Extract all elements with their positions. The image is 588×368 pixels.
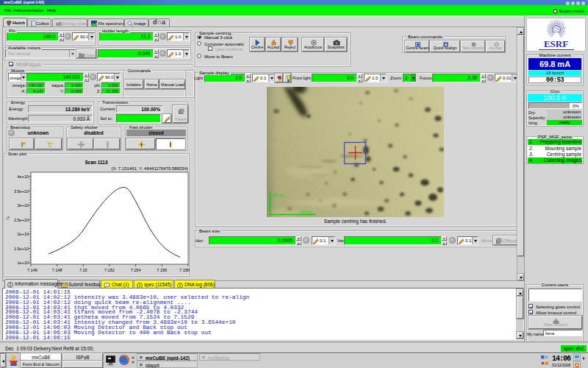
svg-text:3e+10: 3e+10 (18, 203, 29, 208)
svg-text:I₀: I₀ (5, 216, 10, 219)
svg-text:7.156: 7.156 (157, 268, 167, 272)
svg-text:getheta: getheta (87, 276, 105, 277)
svg-text:4e+10: 4e+10 (18, 174, 29, 179)
svg-text:7.148: 7.148 (52, 268, 62, 272)
svg-text:Scan 1113: Scan 1113 (85, 160, 107, 165)
svg-text:(X: 7.151461, Y: 46441176470.5: (X: 7.151461, Y: 46441176470.588234) (111, 166, 188, 171)
svg-text:1.5e+10: 1.5e+10 (14, 247, 29, 251)
svg-text:2e+10: 2e+10 (18, 232, 29, 236)
svg-text:7.158: 7.158 (179, 268, 190, 272)
svg-text:7.15: 7.15 (79, 268, 87, 272)
svg-text:7.152: 7.152 (104, 268, 115, 272)
svg-text:1e+10: 1e+10 (18, 261, 29, 265)
svg-text:100 µm: 100 µm (272, 193, 284, 197)
svg-text:2.5e+10: 2.5e+10 (14, 218, 29, 222)
svg-text:3.5e+10: 3.5e+10 (14, 189, 29, 194)
svg-text:7.154: 7.154 (131, 268, 141, 272)
svg-text:250 µm: 250 µm (300, 210, 312, 214)
svg-text:7.146: 7.146 (27, 268, 37, 272)
